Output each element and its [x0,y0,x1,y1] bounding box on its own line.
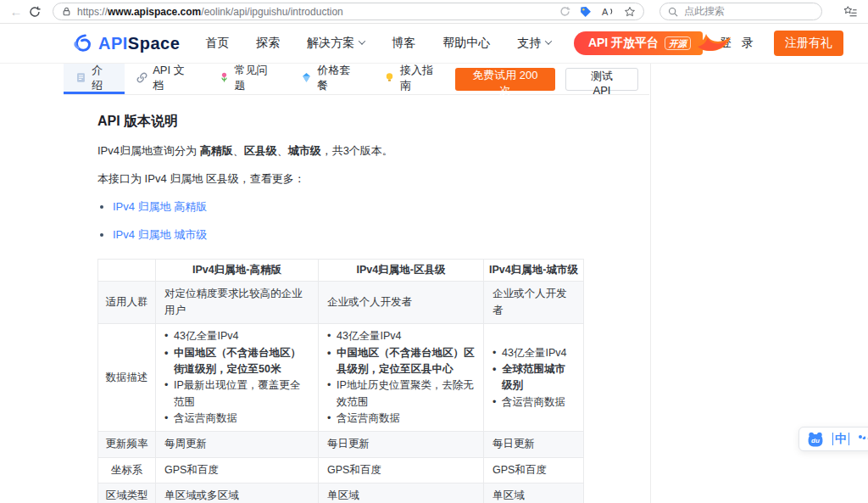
bullet-item: 43亿全量IPv4 [327,328,475,344]
page-content: API 版本说明 IPv4归属地查询分为 高精版、区县级、城市级，共3个版本。 … [0,95,650,503]
main-panel: 介绍API 文档常见问题价格套餐接入指南 免费试用 200 次 测试API AP… [0,64,651,503]
open-platform-banner[interactable]: API 开放平台 开源 [574,31,703,55]
page-title: API 版本说明 [97,113,650,131]
refresh-icon [29,6,41,18]
tag-icon[interactable] [580,6,592,18]
apispace-logo[interactable]: APISpace [71,32,180,55]
tab-label: API 文档 [153,63,194,93]
tab-bar: 介绍API 文档常见问题价格套餐接入指南 免费试用 200 次 测试API [64,64,649,95]
address-bar[interactable]: https://www.apispace.com/eolink/api/ipgu… [53,3,644,20]
table-header-row: IPv4归属地-高精版IPv4归属地-区县级IPv4归属地-城市级 [98,260,584,282]
svg-text:du: du [811,437,820,444]
bullet-item: 中国地区（不含港台地区）街道级别，定位至50米 [164,345,309,378]
nav-item-label: 帮助中心 [442,36,490,51]
row-label: 区域类型 [98,483,156,503]
table-cell: 43亿全量IPv4中国地区（不含港台地区）区县级别，定位至区县中心IP地址历史位… [319,324,484,432]
tab-list: 介绍API 文档常见问题价格套餐接入指南 [64,64,455,94]
table-row: 更新频率每周更新每日更新每日更新 [98,432,584,457]
nav-item-2[interactable]: 探索 [242,36,293,51]
open-source-badge: 开源 [665,36,691,50]
tab-2[interactable]: API 文档 [125,64,206,94]
free-trial-button[interactable]: 免费试用 200 次 [455,68,555,91]
paragraph-segment: IPv4归属地查询分为 [97,144,200,157]
table-cell: 每日更新 [484,432,584,457]
read-aloud-icon[interactable]: A [601,6,615,17]
bullet-item: IP地址历史位置聚类，去除无效范围 [327,377,475,411]
chevron-down-icon [359,37,365,44]
apispace-logo-icon [71,32,94,55]
nav-item-4[interactable]: 博客 [378,36,429,51]
collections-button[interactable] [841,5,860,18]
table-cell: 单区域 [484,483,584,503]
related-link-1[interactable]: IPv4 归属地 高精版 [113,200,207,213]
nav-item-1[interactable]: 首页 [192,36,242,51]
sync-icon[interactable] [559,6,570,17]
nav-item-label: 探索 [256,36,280,51]
table-cell: 企业或个人开发者 [319,282,484,324]
refresh-button[interactable] [25,6,44,18]
current-api-paragraph: 本接口为 IPv4 归属地 区县级，查看更多： [97,171,650,187]
paragraph-segment: 高精版 [200,144,233,157]
bullet-item: 含运营商数据 [492,394,575,411]
related-link-2[interactable]: IPv4 归属地 城市级 [113,228,207,241]
bullet-item: 中国地区（不含港台地区）区县级别，定位至区县中心 [327,345,475,378]
paragraph-segment: 、 [277,144,288,157]
version-compare-table: IPv4归属地-高精版IPv4归属地-区县级IPv4归属地-城市级 适用人群对定… [97,259,584,503]
register-button[interactable]: 注册有礼 [774,31,843,56]
nav-item-label: 首页 [205,36,229,51]
bullet-item: 含运营商数据 [327,411,475,427]
test-api-button[interactable]: 测试API [565,68,638,91]
version-summary-paragraph: IPv4归属地查询分为 高精版、区县级、城市级，共3个版本。 [97,143,650,159]
nav-item-6[interactable]: 支持 [504,36,565,51]
bulb-icon [384,72,395,83]
tab-3[interactable]: 常见问题 [207,64,290,94]
row-label: 数据描述 [98,324,156,432]
main-nav: 首页探索解决方案博客帮助中心支持 [192,36,565,51]
site-header: APISpace 首页探索解决方案博客帮助中心支持 API 开放平台 开源 登 … [0,24,868,64]
related-links: IPv4 归属地 高精版IPv4 归属地 城市级 [113,199,650,243]
bullet-item: 43亿全量IPv4 [164,328,309,344]
nav-item-label: 博客 [392,36,415,51]
gem-icon [301,72,312,83]
flame-icon [693,32,732,55]
paragraph-segment: 区县级 [244,144,277,157]
table-cell: 对定位精度要求比较高的企业用户 [156,282,319,324]
translate-bear-icon[interactable]: du [807,431,824,448]
chevron-down-icon [545,37,552,44]
translate-to-chinese-icon[interactable]: 中 [832,433,849,445]
header-right: API 开放平台 开源 登 录 注册有礼 [574,31,843,56]
tab-actions: 免费试用 200 次 测试API [455,68,649,91]
table-column-header: IPv4归属地-城市级 [484,260,584,282]
link-icon [136,72,147,83]
tab-4[interactable]: 价格套餐 [289,64,372,94]
url-text: https://www.apispace.com/eolink/api/ipgu… [77,6,343,18]
paragraph-segment: 城市级 [288,144,321,157]
row-label: 适用人群 [98,282,156,324]
back-button[interactable]: ← [7,5,25,18]
chat-dots-icon[interactable] [858,433,868,445]
tab-1[interactable]: 介绍 [64,64,125,94]
search-box[interactable]: 点此搜索 [659,3,822,20]
back-arrow-icon: ← [10,5,23,18]
table-row: 区域类型单区域或多区域单区域单区域 [98,483,584,503]
table-cell: 每日更新 [319,432,484,457]
row-label: 更新频率 [98,432,156,457]
favorite-star-icon[interactable] [624,6,636,18]
nav-item-label: 支持 [517,36,541,51]
table-cell: 43亿全量IPv4中国地区（不含港台地区）街道级别，定位至50米IP最新出现位置… [156,324,319,432]
nav-item-5[interactable]: 帮助中心 [429,36,504,51]
nav-item-label: 解决方案 [307,36,354,51]
browser-toolbar: ← https://www.apispace.com/eolink/api/ip… [0,0,868,24]
collections-icon [843,5,857,18]
nav-item-3[interactable]: 解决方案 [293,36,378,51]
tab-label: 常见问题 [235,63,278,93]
tab-5[interactable]: 接入指南 [372,64,455,94]
table-cell: GPS和百度 [156,457,319,483]
doc-icon [75,72,86,83]
table-cell: GPS和百度 [484,457,584,483]
open-platform-label: API 开放平台 [588,36,659,51]
bullet-item: 含运营商数据 [164,411,309,427]
translate-widget[interactable]: du 中 [798,427,868,451]
search-placeholder: 点此搜索 [684,4,725,19]
table-column-header [98,260,156,282]
